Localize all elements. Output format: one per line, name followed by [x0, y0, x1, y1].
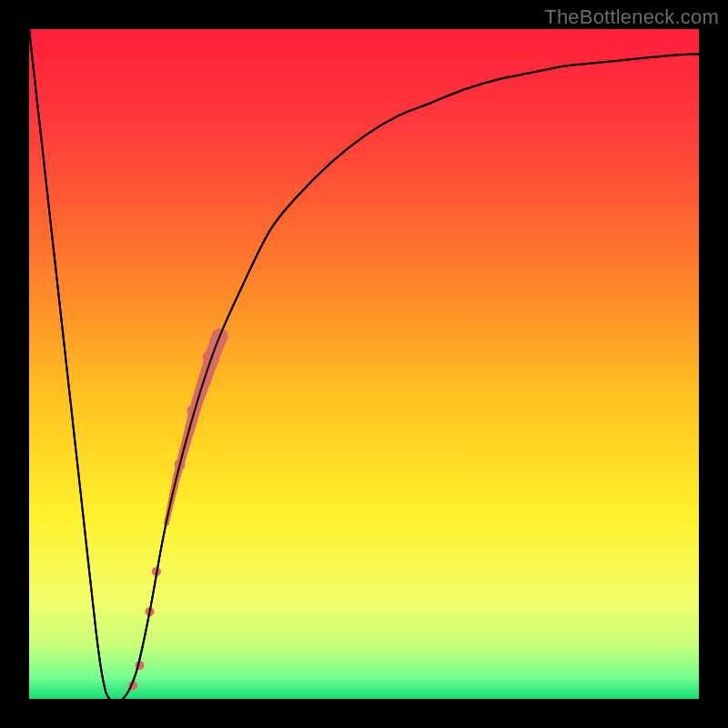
chart-frame: TheBottleneck.com [0, 0, 728, 728]
gradient-background [29, 29, 699, 699]
chart-svg [29, 29, 699, 699]
chart-plot-area [29, 29, 699, 699]
watermark-label: TheBottleneck.com [544, 5, 719, 29]
